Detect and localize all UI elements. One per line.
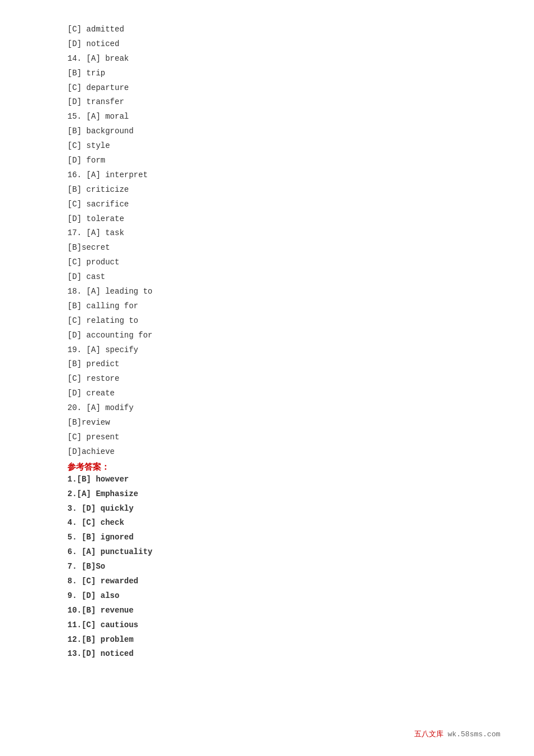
question-line: [C] present	[67, 430, 500, 445]
question-line: [B] trip	[67, 66, 500, 81]
question-line: [B]review	[67, 416, 500, 430]
question-line: [C] product	[67, 255, 500, 270]
question-line: 17. [A] task	[67, 226, 500, 241]
question-line: 20. [A] modify	[67, 401, 500, 416]
question-line: [D]achieve	[67, 445, 500, 460]
answer-line: 13.[D] noticed	[67, 647, 500, 662]
question-line: [D] cast	[67, 270, 500, 285]
footer: 五八文库 wk.58sms.com	[414, 729, 500, 739]
question-line: [C] departure	[67, 81, 500, 96]
question-line: [C] style	[67, 139, 500, 154]
question-line: 19. [A] specify	[67, 343, 500, 358]
main-content: [C] admitted[D] noticed14. [A] break[B] …	[67, 22, 500, 662]
answer-line: 1.[B] however	[67, 472, 500, 487]
answer-line: 3. [D] quickly	[67, 502, 500, 516]
question-line: [C] relating to	[67, 314, 500, 328]
answer-line: 12.[B] problem	[67, 633, 500, 647]
answer-line: 11.[C] cautious	[67, 618, 500, 633]
question-line: [C] restore	[67, 372, 500, 386]
footer-url: wk.58sms.com	[447, 730, 500, 739]
answer-line: 2.[A] Emphasize	[67, 487, 500, 502]
question-line: 15. [A] moral	[67, 110, 500, 124]
answer-line: 7. [B]So	[67, 560, 500, 574]
question-line: [C] admitted	[67, 22, 500, 37]
question-line: 14. [A] break	[67, 52, 500, 66]
question-line: [D] create	[67, 386, 500, 401]
question-line: 18. [A] leading to	[67, 285, 500, 299]
answer-line: 6. [A] punctuality	[67, 545, 500, 560]
question-line: [B]secret	[67, 241, 500, 255]
answer-section-title: 参考答案：	[67, 462, 500, 472]
question-line: 16. [A] interpret	[67, 168, 500, 183]
answer-line: 10.[B] revenue	[67, 604, 500, 618]
answer-line: 9. [D] also	[67, 589, 500, 604]
question-line: [C] sacrifice	[67, 197, 500, 212]
question-line: [B] criticize	[67, 183, 500, 197]
question-line: [B] predict	[67, 357, 500, 372]
answer-line: 8. [C] rewarded	[67, 574, 500, 589]
question-line: [D] noticed	[67, 37, 500, 52]
question-line: [D] accounting for	[67, 328, 500, 343]
question-line: [B] calling for	[67, 299, 500, 314]
question-line: [B] background	[67, 124, 500, 139]
answer-line: 5. [B] ignored	[67, 530, 500, 545]
question-line: [D] form	[67, 154, 500, 168]
answer-line: 4. [C] check	[67, 516, 500, 530]
question-line: [D] tolerate	[67, 212, 500, 227]
footer-brand: 五八文库	[414, 730, 448, 739]
question-line: [D] transfer	[67, 95, 500, 110]
